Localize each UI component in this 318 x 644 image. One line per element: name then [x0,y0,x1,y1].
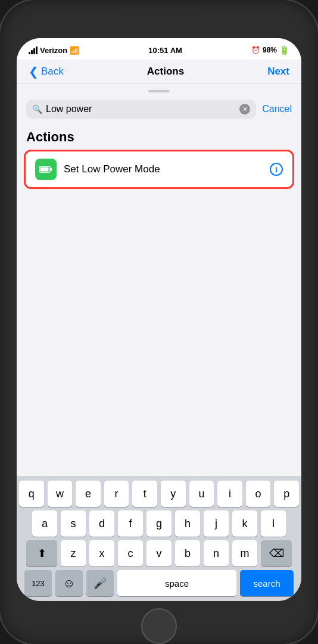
cancel-button[interactable]: Cancel [262,104,292,114]
back-button[interactable]: ❮ Back [29,64,64,79]
space-key[interactable]: space [117,570,236,596]
search-bar[interactable]: 🔍 Low power ✕ [26,100,256,119]
shift-icon: ⬆ [38,547,46,560]
microphone-icon: 🎤 [93,577,107,590]
key-n[interactable]: n [204,540,229,566]
back-label: Back [41,66,64,78]
info-button[interactable]: i [270,163,283,176]
keyboard-row-4: 123 ☺ 🎤 space search [19,570,299,596]
key-u[interactable]: u [189,481,214,507]
key-i[interactable]: i [217,481,242,507]
key-s[interactable]: s [61,510,86,537]
battery-icon: 🔋 [279,45,289,55]
key-h[interactable]: h [175,510,200,537]
key-x[interactable]: x [89,540,114,566]
key-d[interactable]: d [89,510,114,537]
key-e[interactable]: e [76,481,101,507]
carrier-label: Verizon [40,46,67,55]
status-left: Verizon 📶 [29,46,79,55]
status-right: ⏰ 98% 🔋 [251,45,289,55]
clear-search-button[interactable]: ✕ [239,104,250,114]
shift-key[interactable]: ⬆ [26,540,57,566]
keyboard-row-3: ⬆ z x c v b n m ⌫ [19,540,299,566]
signal-icon [29,47,38,54]
key-z[interactable]: z [61,540,86,566]
key-m[interactable]: m [232,540,257,566]
keyboard: q w e r t y u i o p a s d f g h j [17,476,301,601]
key-b[interactable]: b [175,540,200,566]
key-o[interactable]: o [246,481,271,507]
section-header: Actions [17,121,301,150]
action-item-low-power[interactable]: Set Low Power Mode i [24,150,294,189]
key-p[interactable]: p [274,481,299,507]
key-l[interactable]: l [261,510,286,537]
key-r[interactable]: r [104,481,129,507]
battery-label: 98% [263,46,277,54]
phone-notch [120,8,198,19]
key-g[interactable]: g [146,510,172,537]
key-q[interactable]: q [19,481,44,507]
sheet-handle [148,90,170,92]
key-v[interactable]: v [146,540,172,566]
status-bar: Verizon 📶 10:51 AM ⏰ 98% 🔋 [17,38,301,60]
alarm-icon: ⏰ [251,46,260,54]
page-title: Actions [147,66,184,78]
svg-rect-2 [40,168,49,172]
key-a[interactable]: a [32,510,57,537]
battery-icon [39,166,52,173]
numbers-key[interactable]: 123 [24,570,52,596]
chevron-left-icon: ❮ [29,64,39,79]
delete-icon: ⌫ [269,547,284,560]
delete-key[interactable]: ⌫ [261,540,292,566]
content-area: Actions Set Low Power Mode i [17,121,301,476]
keyboard-row-1: q w e r t y u i o p [19,481,299,507]
home-button[interactable] [141,608,177,644]
key-y[interactable]: y [161,481,186,507]
key-f[interactable]: f [118,510,143,537]
keyboard-row-2: a s d f g h j k l [19,510,299,537]
svg-rect-1 [51,168,52,171]
search-icon: 🔍 [32,104,42,114]
search-key[interactable]: search [240,570,294,596]
status-time: 10:51 AM [148,46,182,55]
key-w[interactable]: w [48,481,73,507]
search-container: 🔍 Low power ✕ Cancel [17,97,301,121]
navigation-bar: ❮ Back Actions Next [17,60,301,84]
wifi-icon: 📶 [70,46,79,55]
next-button[interactable]: Next [267,66,289,78]
microphone-key[interactable]: 🎤 [86,570,114,596]
emoji-key[interactable]: ☺ [55,570,83,596]
phone-screen: Verizon 📶 10:51 AM ⏰ 98% 🔋 ❮ Back Action… [17,38,301,601]
key-t[interactable]: t [132,481,157,507]
key-c[interactable]: c [118,540,143,566]
search-input[interactable]: Low power [46,104,236,114]
action-icon [35,159,57,180]
key-j[interactable]: j [204,510,229,537]
phone-frame: Verizon 📶 10:51 AM ⏰ 98% 🔋 ❮ Back Action… [0,0,318,644]
key-k[interactable]: k [232,510,257,537]
action-label: Set Low Power Mode [64,163,270,175]
